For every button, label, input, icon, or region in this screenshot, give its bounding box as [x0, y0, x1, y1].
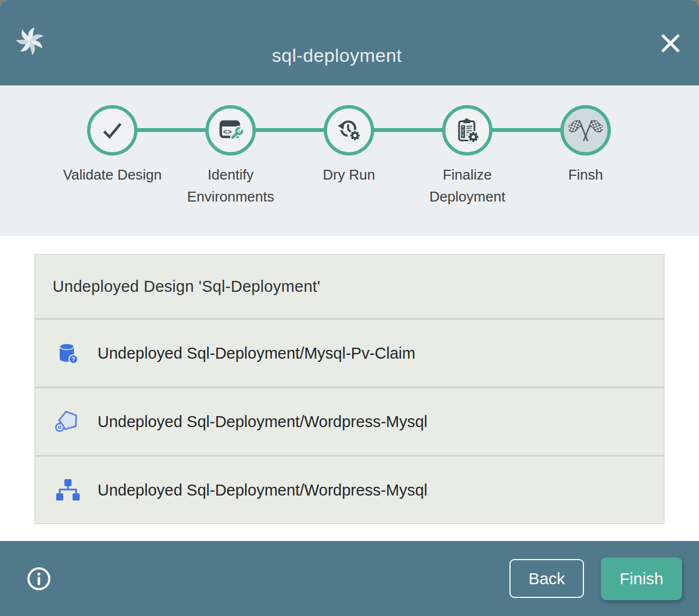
step-finalize-deployment: Finalize Deployment	[408, 105, 526, 208]
step-finish: Finsh	[526, 105, 645, 208]
dialog-footer: Back Finish	[0, 541, 699, 616]
finish-flags-icon	[560, 105, 611, 156]
step-label: Validate Design	[63, 164, 162, 186]
close-icon	[658, 49, 683, 57]
svg-text:<>: <>	[223, 128, 232, 136]
resource-status-text: Undeployed Sql-Deployment/Mysql-Pv-Claim	[98, 344, 415, 362]
resource-status-text: Undeployed Sql-Deployment/Wordpress-Mysq…	[98, 481, 427, 499]
results-panel: Undeployed Design 'Sql-Deployment' ? Und…	[0, 236, 699, 541]
results-card: Undeployed Design 'Sql-Deployment' ? Und…	[35, 254, 664, 524]
back-button[interactable]: Back	[509, 559, 584, 598]
step-dry-run: Dry Run	[290, 105, 408, 208]
step-identify-environments: <> Identify Environments	[171, 105, 290, 208]
finish-button[interactable]: Finish	[601, 557, 682, 600]
resource-status-text: Undeployed Sql-Deployment/Wordpress-Mysq…	[98, 413, 427, 431]
meshery-logo-icon	[15, 26, 45, 56]
dialog-header: sql-deployment	[0, 0, 699, 85]
resource-status-row: Undeployed Sql-Deployment/Wordpress-Mysq…	[35, 387, 664, 455]
info-button[interactable]	[26, 566, 52, 592]
check-icon	[87, 105, 137, 156]
code-tools-icon: <>	[205, 105, 256, 156]
info-icon	[26, 585, 52, 594]
database-icon: ?	[54, 341, 82, 365]
step-label: Finalize Deployment	[415, 164, 519, 208]
design-status-text: Undeployed Design 'Sql-Deployment'	[53, 278, 320, 296]
dry-run-icon	[324, 105, 374, 156]
step-validate-design: Validate Design	[53, 105, 171, 208]
deployment-wizard-dialog: sql-deployment Validate Design	[0, 0, 699, 616]
deployment-hierarchy-icon	[54, 478, 82, 502]
step-label: Finsh	[568, 164, 603, 186]
stepper: Validate Design <>	[0, 85, 699, 236]
dialog-title: sql-deployment	[272, 44, 402, 66]
service-pentagon-icon	[54, 409, 82, 434]
design-status-row: Undeployed Design 'Sql-Deployment'	[35, 255, 664, 318]
step-label: Identify Environments	[179, 164, 283, 208]
resource-status-row: Undeployed Sql-Deployment/Wordpress-Mysq…	[35, 455, 664, 523]
resource-status-row: ? Undeployed Sql-Deployment/Mysql-Pv-Cla…	[35, 318, 664, 387]
svg-text:?: ?	[72, 356, 75, 362]
step-label: Dry Run	[323, 164, 375, 186]
close-button[interactable]	[658, 31, 683, 55]
clipboard-gear-icon	[442, 105, 492, 156]
